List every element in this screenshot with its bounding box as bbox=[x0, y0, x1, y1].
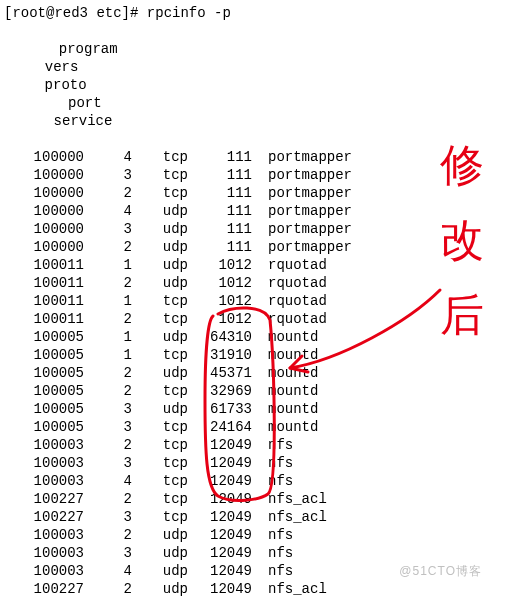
cell-proto: tcp bbox=[132, 454, 188, 472]
table-row: 1000111tcp1012rquotad bbox=[4, 292, 512, 310]
cell-program: 100005 bbox=[4, 418, 84, 436]
table-row: 1000053tcp24164mountd bbox=[4, 418, 512, 436]
table-row: 1000033tcp12049nfs bbox=[4, 454, 512, 472]
cell-service: mountd bbox=[252, 382, 318, 400]
cell-program: 100003 bbox=[4, 526, 84, 544]
prompt-line-1: [root@red3 etc]# rpcinfo -p bbox=[4, 4, 512, 22]
table-row: 1000111udp1012rquotad bbox=[4, 256, 512, 274]
cell-proto: tcp bbox=[132, 472, 188, 490]
cell-service: nfs bbox=[252, 562, 293, 580]
cell-service: mountd bbox=[252, 364, 318, 382]
cell-service: nfs_acl bbox=[252, 508, 327, 526]
cell-proto: udp bbox=[132, 364, 188, 382]
cell-proto: udp bbox=[132, 328, 188, 346]
cell-service: portmapper bbox=[252, 166, 352, 184]
cell-vers: 3 bbox=[84, 166, 132, 184]
header-proto: proto bbox=[38, 76, 94, 94]
cell-port: 1012 bbox=[188, 310, 252, 328]
cell-vers: 3 bbox=[84, 454, 132, 472]
cell-port: 111 bbox=[188, 184, 252, 202]
cell-program: 100227 bbox=[4, 580, 84, 598]
cell-program: 100000 bbox=[4, 184, 84, 202]
cell-port: 111 bbox=[188, 238, 252, 256]
cell-program: 100005 bbox=[4, 328, 84, 346]
cell-program: 100005 bbox=[4, 364, 84, 382]
cell-program: 100000 bbox=[4, 220, 84, 238]
table-row: 1000032udp12049nfs bbox=[4, 526, 512, 544]
table-body: 1000004tcp111portmapper1000003tcp111port… bbox=[4, 148, 512, 598]
watermark-text: @51CTO博客 bbox=[399, 562, 482, 580]
cell-program: 100011 bbox=[4, 274, 84, 292]
cell-program: 100227 bbox=[4, 508, 84, 526]
cell-vers: 3 bbox=[84, 400, 132, 418]
cell-proto: tcp bbox=[132, 148, 188, 166]
table-row: 1000034tcp12049nfs bbox=[4, 472, 512, 490]
header-service: service bbox=[38, 112, 113, 130]
cell-program: 100000 bbox=[4, 202, 84, 220]
cell-proto: udp bbox=[132, 580, 188, 598]
cell-proto: tcp bbox=[132, 184, 188, 202]
cell-service: nfs_acl bbox=[252, 490, 327, 508]
cell-program: 100227 bbox=[4, 490, 84, 508]
cell-service: nfs_acl bbox=[252, 580, 327, 598]
terminal-window[interactable]: [root@red3 etc]# rpcinfo -p program vers… bbox=[0, 0, 512, 598]
table-row: 1000002udp111portmapper bbox=[4, 238, 512, 256]
cell-program: 100000 bbox=[4, 238, 84, 256]
cell-port: 111 bbox=[188, 166, 252, 184]
cell-proto: udp bbox=[132, 274, 188, 292]
table-row: 1002272tcp12049nfs_acl bbox=[4, 490, 512, 508]
header-vers: vers bbox=[38, 58, 86, 76]
cell-port: 45371 bbox=[188, 364, 252, 382]
cell-service: portmapper bbox=[252, 220, 352, 238]
table-row: 1000002tcp111portmapper bbox=[4, 184, 512, 202]
cell-vers: 2 bbox=[84, 364, 132, 382]
cell-port: 31910 bbox=[188, 346, 252, 364]
cell-vers: 3 bbox=[84, 418, 132, 436]
cell-port: 24164 bbox=[188, 418, 252, 436]
table-row: 1000053udp61733mountd bbox=[4, 400, 512, 418]
cell-proto: udp bbox=[132, 400, 188, 418]
cell-port: 12049 bbox=[188, 526, 252, 544]
cell-program: 100011 bbox=[4, 292, 84, 310]
cell-service: portmapper bbox=[252, 148, 352, 166]
cell-service: nfs bbox=[252, 472, 293, 490]
cell-vers: 2 bbox=[84, 238, 132, 256]
cell-proto: udp bbox=[132, 238, 188, 256]
cell-proto: tcp bbox=[132, 310, 188, 328]
table-row: 1000004udp111portmapper bbox=[4, 202, 512, 220]
cell-vers: 4 bbox=[84, 562, 132, 580]
cell-program: 100000 bbox=[4, 166, 84, 184]
cell-service: mountd bbox=[252, 346, 318, 364]
cell-port: 12049 bbox=[188, 544, 252, 562]
cell-proto: tcp bbox=[132, 346, 188, 364]
cell-service: nfs bbox=[252, 436, 293, 454]
table-row: 1000051udp64310mountd bbox=[4, 328, 512, 346]
table-row: 1002273tcp12049nfs_acl bbox=[4, 508, 512, 526]
cell-port: 12049 bbox=[188, 490, 252, 508]
cell-port: 12049 bbox=[188, 580, 252, 598]
cell-program: 100003 bbox=[4, 454, 84, 472]
cell-program: 100003 bbox=[4, 472, 84, 490]
cell-service: nfs bbox=[252, 454, 293, 472]
cell-port: 64310 bbox=[188, 328, 252, 346]
table-row: 1000003tcp111portmapper bbox=[4, 166, 512, 184]
cell-proto: tcp bbox=[132, 490, 188, 508]
cell-port: 1012 bbox=[188, 292, 252, 310]
cell-port: 111 bbox=[188, 220, 252, 238]
cell-vers: 1 bbox=[84, 328, 132, 346]
cell-port: 12049 bbox=[188, 454, 252, 472]
table-row: 1002272udp12049nfs_acl bbox=[4, 580, 512, 598]
cell-program: 100000 bbox=[4, 148, 84, 166]
cell-vers: 2 bbox=[84, 310, 132, 328]
cell-service: rquotad bbox=[252, 274, 327, 292]
cell-port: 12049 bbox=[188, 436, 252, 454]
table-row: 1000004tcp111portmapper bbox=[4, 148, 512, 166]
cell-port: 111 bbox=[188, 202, 252, 220]
cell-proto: udp bbox=[132, 256, 188, 274]
cell-service: portmapper bbox=[252, 238, 352, 256]
table-row: 1000112tcp1012rquotad bbox=[4, 310, 512, 328]
table-row: 1000052udp45371mountd bbox=[4, 364, 512, 382]
cell-port: 111 bbox=[188, 148, 252, 166]
cell-vers: 4 bbox=[84, 148, 132, 166]
cell-program: 100011 bbox=[4, 310, 84, 328]
